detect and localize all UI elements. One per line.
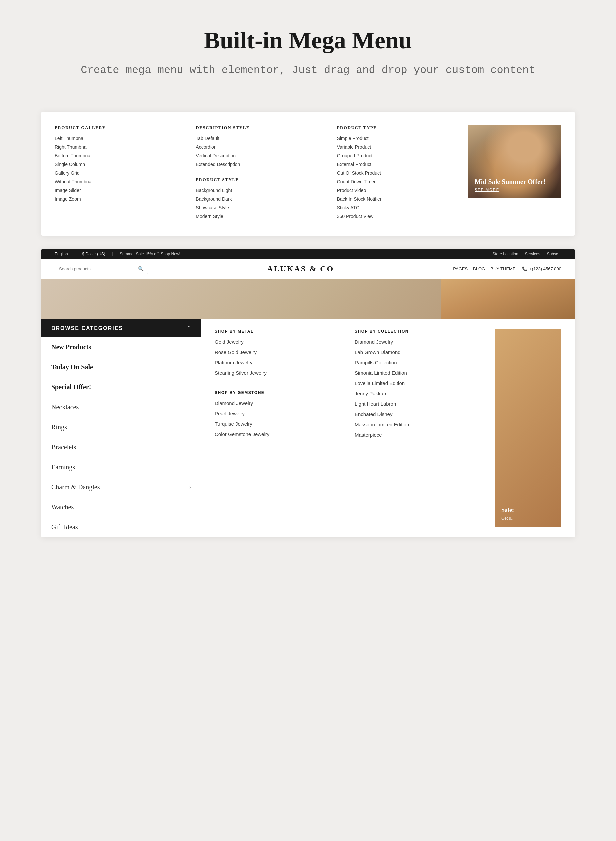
dropdown-item-platinum-jewelry[interactable]: Platinum Jewelry (215, 360, 341, 365)
topbar-right: Store Location Services Subsc... (492, 252, 561, 256)
dropdown-item-pearl-jewelry[interactable]: Pearl Jewelry (215, 411, 341, 416)
search-input[interactable] (59, 266, 135, 271)
sidebar-item-charm-dangles[interactable]: Charm & Dangles › (41, 477, 201, 497)
sidebar-item-new-products[interactable]: New Products (41, 337, 201, 357)
menu-item-background-light[interactable]: Background Light (196, 188, 317, 193)
menu-item-showcase-style[interactable]: Showcase Style (196, 205, 317, 210)
menu-item-single-column[interactable]: Single Column (55, 162, 176, 167)
sidebar-item-rings[interactable]: Rings (41, 418, 201, 437)
menu-item-variable-product[interactable]: Variable Product (337, 144, 458, 149)
menu-item-grouped-product[interactable]: Grouped Product (337, 153, 458, 158)
menu-item-right-thumbnail[interactable]: Right Thumbnail (55, 144, 176, 149)
sidebar-item-label: Charm & Dangles (51, 484, 100, 491)
dropdown-item-lab-grown[interactable]: Lab Grown Diamond (355, 349, 481, 355)
search-icon: 🔍 (138, 266, 144, 272)
chevron-right-icon: › (189, 484, 191, 490)
chevron-up-icon: ⌃ (187, 325, 191, 331)
nav-buy-theme[interactable]: BUY THEME! (490, 266, 517, 271)
menu-item-background-dark[interactable]: Background Dark (196, 196, 317, 202)
dropdown-item-diamond-jewelry-gem[interactable]: Diamond Jewelry (215, 400, 341, 406)
topbar-divider-2: | (112, 252, 113, 256)
menu-item-without-thumbnail[interactable]: Without Thumbnail (55, 179, 176, 184)
sidebar-item-today-on-sale[interactable]: Today On Sale (41, 357, 201, 377)
dropdown-item-light-heart[interactable]: Light Heart Labron (355, 401, 481, 407)
navbar: 🔍 ALUKAS & CO PAGES BLOG BUY THEME! 📞 +(… (41, 259, 575, 279)
services-link[interactable]: Services (525, 252, 540, 256)
sale-panel-subtitle: Get u... (501, 516, 555, 521)
menu-item-sticky-atc[interactable]: Sticky ATC (337, 205, 458, 210)
dropdown-item-simonia[interactable]: Simonia Limited Edition (355, 370, 481, 376)
sidebar-header-text: BROWSE CATEGORIES (51, 325, 123, 331)
menu-item-image-zoom[interactable]: Image Zoom (55, 196, 176, 202)
dropdown-item-color-gemstone[interactable]: Color Gemstone Jewelry (215, 431, 341, 437)
sidebar-item-necklaces[interactable]: Necklaces (41, 397, 201, 418)
sale-badge: Mid Sale Summer Offer! SEE MORE (475, 178, 545, 192)
sidebar-item-earnings[interactable]: Earnings (41, 457, 201, 477)
sidebar-header: BROWSE CATEGORIES ⌃ (41, 319, 201, 337)
sidebar-item-watches[interactable]: Watches (41, 497, 201, 517)
menu-item-gallery-grid[interactable]: Gallery Grid (55, 170, 176, 176)
product-gallery-header: PRODUCT GALLERY (55, 125, 176, 130)
menu-item-back-in-stock[interactable]: Back In Stock Notifier (337, 196, 458, 202)
menu-item-bottom-thumbnail[interactable]: Bottom Thumbnail (55, 153, 176, 158)
menu-item-extended-description[interactable]: Extended Description (196, 162, 317, 167)
dropdown-item-sterling-silver[interactable]: Stearling Silver Jewelry (215, 370, 341, 376)
phone-button[interactable]: 📞 +(123) 4567 890 (522, 266, 561, 271)
dropdown-item-pampills[interactable]: Pampills Collection (355, 360, 481, 365)
hero-bg-area (41, 279, 575, 319)
nav-pages[interactable]: PAGES (453, 266, 468, 271)
mega-menu-demo-2: English | $ Dollar (US) | Summer Sale 15… (41, 249, 575, 537)
topbar-divider: | (74, 252, 75, 256)
menu-item-product-video[interactable]: Product Video (337, 188, 458, 193)
menu-item-out-of-stock[interactable]: Out Of Stock Product (337, 170, 458, 176)
sidebar-item-bracelets[interactable]: Bracelets (41, 437, 201, 457)
hero-title: Built-in Mega Menu (13, 27, 603, 54)
dropdown-item-enchated-disney[interactable]: Enchated Disney (355, 411, 481, 417)
menu-item-modern-style[interactable]: Modern Style (196, 214, 317, 219)
menu-item-external-product[interactable]: External Product (337, 162, 458, 167)
subscribe-link[interactable]: Subsc... (547, 252, 561, 256)
menu-item-vertical-description[interactable]: Vertical Description (196, 153, 317, 158)
menu-item-image-slider[interactable]: Image Slider (55, 188, 176, 193)
sale-panel[interactable]: Sale: Get u... (495, 329, 561, 527)
dropdown-item-masterpiece[interactable]: Masterpiece (355, 432, 481, 438)
dropdown-item-massoon[interactable]: Massoon Limited Edition (355, 422, 481, 427)
topbar-left: English | $ Dollar (US) | Summer Sale 15… (55, 252, 180, 256)
product-type-header: PRODUCT TYPE (337, 125, 458, 130)
store-location-link[interactable]: Store Location (492, 252, 518, 256)
menu-item-left-thumbnail[interactable]: Left Thumbnail (55, 136, 176, 141)
menu-item-simple-product[interactable]: Simple Product (337, 136, 458, 141)
currency-selector[interactable]: $ Dollar (US) (82, 252, 105, 256)
shop-by-collection-header: SHOP BY COLLECTION (355, 329, 481, 334)
sidebar-item-special-offer[interactable]: Special Offer! (41, 377, 201, 397)
sale-badge-title: Mid Sale Summer Offer! (475, 178, 545, 186)
menu-image-column: Mid Sale Summer Offer! SEE MORE (468, 125, 561, 198)
language-selector[interactable]: English (55, 252, 67, 256)
description-style-header: DESCRIPTION STYLE (196, 125, 317, 130)
sale-see-more-link[interactable]: SEE MORE (475, 188, 545, 192)
dropdown-item-diamond-jewelry-col[interactable]: Diamond Jewelry (355, 339, 481, 345)
sidebar-item-gift-ideas[interactable]: Gift Ideas (41, 517, 201, 537)
menu-item-tab-default[interactable]: Tab Default (196, 136, 317, 141)
menu-item-countdown-timer[interactable]: Count Down Timer (337, 179, 458, 184)
phone-number: +(123) 4567 890 (529, 266, 561, 271)
sidebar-item-label: Necklaces (51, 403, 79, 411)
shop-by-gemstone-header: SHOP BY GEMSTONE (215, 390, 341, 395)
menu-item-accordion[interactable]: Accordion (196, 144, 317, 149)
dropdown-item-jenny-pakkam[interactable]: Jenny Pakkam (355, 391, 481, 396)
menu-item-360-view[interactable]: 360 Product View (337, 214, 458, 219)
dropdown-item-gold-jewelry[interactable]: Gold Jewelry (215, 339, 341, 345)
dropdown-item-rose-gold-jewelry[interactable]: Rose Gold Jewelry (215, 349, 341, 355)
spacer (196, 170, 317, 177)
nav-blog[interactable]: BLOG (473, 266, 485, 271)
sidebar-item-label: Bracelets (51, 443, 76, 451)
dropdown-item-turquoise-jewelry[interactable]: Turquise Jewelry (215, 421, 341, 427)
sidebar-item-label: Gift Ideas (51, 523, 78, 531)
promo-text: Summer Sale 15% off! Shop Now! (120, 252, 180, 256)
dropdown-panel: SHOP BY METAL Gold Jewelry Rose Gold Jew… (201, 319, 575, 537)
dropdown-item-lovelia[interactable]: Lovelia Limited Edition (355, 380, 481, 386)
nav-right: PAGES BLOG BUY THEME! 📞 +(123) 4567 890 (453, 266, 561, 271)
sidebar-item-label: Rings (51, 423, 67, 431)
search-bar[interactable]: 🔍 (55, 264, 148, 274)
mega-menu-demo-1: PRODUCT GALLERY Left Thumbnail Right Thu… (41, 112, 575, 236)
